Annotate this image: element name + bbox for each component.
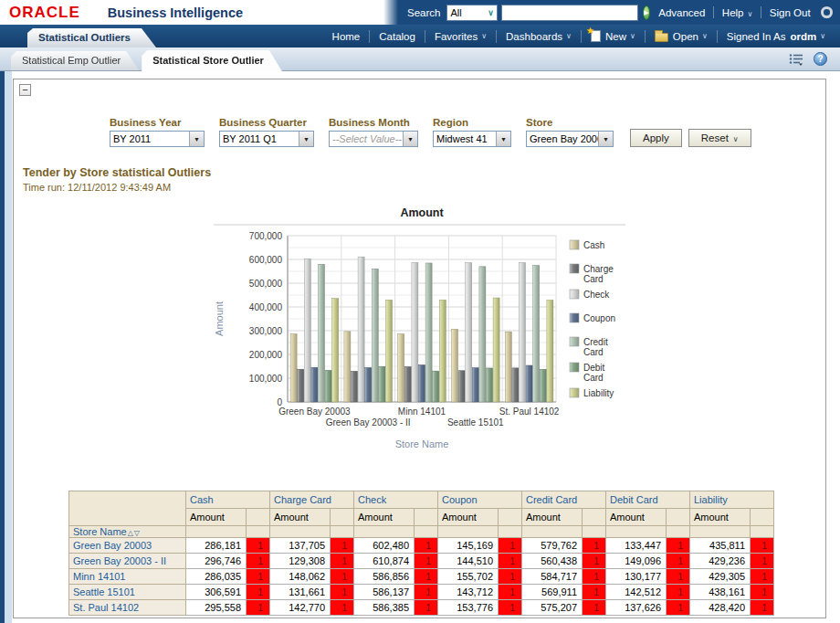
help-label: Help: [722, 7, 744, 18]
chevron-down-icon: ∨: [820, 32, 825, 40]
nav-links: Home Catalog Favorites∨ Dashboards∨ New∨…: [323, 25, 840, 48]
amount-cell: 142,512: [606, 585, 667, 600]
legend-label: Charge: [583, 264, 614, 274]
amount-header: Amount: [438, 509, 499, 526]
nav-home[interactable]: Home: [323, 31, 370, 42]
reset-button[interactable]: Reset∨: [688, 129, 751, 147]
chevron-down-icon[interactable]: ▼: [299, 132, 313, 146]
sort-descending-icon[interactable]: ▽: [134, 529, 140, 537]
amount-cell: 296,746: [186, 554, 247, 569]
column-group-credit-card[interactable]: Credit Card: [522, 491, 606, 509]
collapse-section-button[interactable]: −: [19, 84, 31, 96]
bar: [520, 263, 526, 402]
legend-swatch: [570, 240, 579, 249]
svg-text:600,000: 600,000: [249, 255, 283, 265]
product-title: Business Intelligence: [108, 5, 243, 20]
page-options-icon[interactable]: [789, 53, 805, 66]
signed-in-menu[interactable]: Signed In Asordm∨: [718, 31, 835, 42]
bar: [452, 329, 458, 402]
table-row: Minn 14101286,0351148,0621586,8561155,70…: [69, 569, 774, 585]
svg-text:400,000: 400,000: [249, 302, 283, 312]
chevron-down-icon[interactable]: ▼: [496, 132, 510, 146]
table-row: Green Bay 20003286,1811137,7051602,48011…: [69, 538, 774, 554]
search-scope-select[interactable]: All ∨: [446, 5, 497, 21]
svg-text:Amount: Amount: [214, 301, 225, 336]
svg-text:100,000: 100,000: [249, 374, 283, 384]
store-link[interactable]: Green Bay 20003 - II: [69, 554, 186, 569]
help-menu[interactable]: Help∨: [722, 7, 753, 18]
column-group-coupon[interactable]: Coupon: [438, 491, 522, 509]
help-icon[interactable]: ?: [814, 52, 827, 66]
bar: [332, 299, 339, 402]
svg-text:Green Bay 20003: Green Bay 20003: [278, 407, 351, 417]
sort-ascending-icon[interactable]: △: [128, 529, 133, 537]
prompt-dropdown[interactable]: Green Bay 20003▼: [526, 131, 614, 147]
signed-in-as-label: Signed In As: [727, 31, 786, 42]
amount-cell: 286,035: [186, 569, 247, 585]
legend-label: Coupon: [583, 313, 615, 323]
nav-catalog[interactable]: Catalog: [370, 31, 425, 42]
amount-cell: 130,177: [606, 569, 667, 585]
column-group-check[interactable]: Check: [354, 491, 438, 509]
store-link[interactable]: Minn 14101: [69, 569, 186, 585]
chevron-down-icon: ∨: [748, 10, 753, 18]
chevron-down-icon[interactable]: ▼: [598, 132, 613, 146]
folder-icon: [655, 33, 668, 42]
prompt-dropdown[interactable]: --Select Value--▼: [329, 131, 418, 147]
header-spacer: [438, 526, 499, 538]
nav-dashboards[interactable]: Dashboards∨: [497, 31, 581, 42]
store-name-sort-link[interactable]: Store Name: [73, 526, 127, 537]
column-group-debit-card[interactable]: Debit Card: [606, 491, 690, 509]
tab-statistical-store-outlier[interactable]: Statistical Store Outlier: [142, 50, 282, 71]
amount-cell: 137,705: [270, 538, 331, 554]
dashboard-tab-statistical-outliers[interactable]: Statistical Outliers: [27, 28, 156, 48]
prompt-dropdown[interactable]: BY 2011 Q1▼: [219, 131, 314, 147]
nav-favorites[interactable]: Favorites∨: [425, 31, 496, 42]
tab-statistical-emp-outlier[interactable]: Statistical Emp Outlier: [11, 51, 139, 70]
chevron-down-icon: ∨: [488, 8, 494, 17]
legend-label: Liability: [583, 388, 614, 398]
bar: [425, 263, 432, 402]
column-group-charge-card[interactable]: Charge Card: [270, 491, 354, 509]
prompt-dropdown[interactable]: Midwest 41▼: [433, 131, 511, 147]
prompt-fields: Business YearBY 2011▼Business QuarterBY …: [110, 117, 614, 147]
search-input[interactable]: [501, 5, 638, 21]
amount-header: Amount: [270, 509, 331, 526]
column-group-cash[interactable]: Cash: [186, 491, 270, 509]
prompt-value: BY 2011: [110, 132, 189, 146]
amount-cell: 295,558: [186, 600, 247, 616]
svg-text:Minn 14101: Minn 14101: [398, 407, 446, 417]
outlier-flag-cell: 1: [583, 585, 606, 600]
prompt-field: RegionMidwest 41▼: [433, 117, 511, 147]
amount-cell: 569,911: [522, 585, 583, 600]
amount-cell: 153,776: [438, 600, 499, 616]
page-tab-bar: Statistical Emp Outlier Statistical Stor…: [0, 48, 840, 71]
store-link[interactable]: St. Paul 14102: [69, 600, 186, 616]
amount-cell: 586,385: [354, 600, 415, 616]
store-link[interactable]: Seattle 15101: [69, 585, 186, 600]
brand: ORACLE Business Intelligence: [0, 4, 243, 22]
oracle-ring-icon: [821, 6, 833, 18]
nav-open[interactable]: Open∨: [646, 30, 717, 42]
outlier-flag-cell: 1: [415, 600, 438, 616]
amount-header: Amount: [606, 509, 667, 526]
nav-new[interactable]: New∨: [582, 30, 645, 42]
chevron-down-icon[interactable]: ▼: [403, 132, 417, 146]
outlier-flag-cell: 1: [667, 600, 690, 616]
prompt-dropdown[interactable]: BY 2011▼: [110, 131, 205, 147]
legend-swatch: [570, 290, 579, 299]
header-spacer: [751, 526, 774, 538]
store-name-header: Store Name△▽: [69, 526, 186, 538]
sign-out-link[interactable]: Sign Out: [770, 7, 811, 18]
outlier-flag-cell: 1: [415, 538, 438, 554]
header-spacer: [247, 526, 270, 538]
search-go-button[interactable]: ▶: [643, 5, 651, 20]
store-link[interactable]: Green Bay 20003: [69, 538, 186, 554]
chevron-down-icon[interactable]: ▼: [189, 132, 204, 146]
column-group-liability[interactable]: Liability: [690, 491, 774, 509]
prompt-label: Business Year: [110, 117, 205, 128]
advanced-link[interactable]: Advanced: [658, 7, 705, 18]
apply-button[interactable]: Apply: [630, 129, 682, 147]
chevron-down-icon: ∨: [481, 32, 487, 40]
amount-cell: 286,181: [186, 538, 247, 554]
